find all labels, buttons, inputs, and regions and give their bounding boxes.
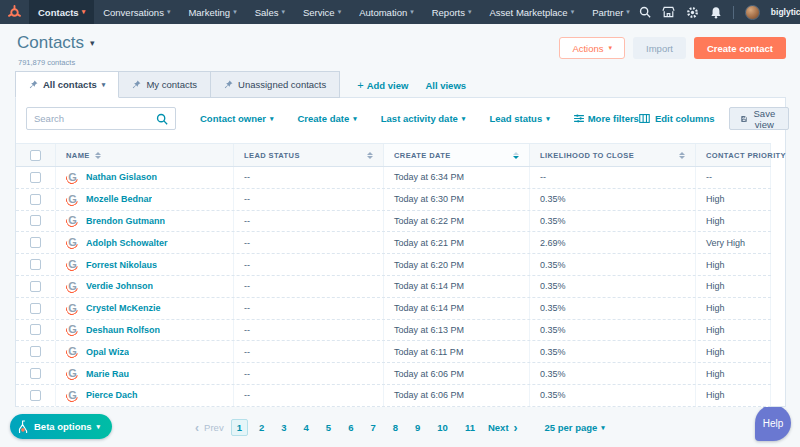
contact-name-link[interactable]: Brendon Gutmann xyxy=(86,216,165,226)
marketplace-icon[interactable] xyxy=(662,6,675,18)
import-button-label: Import xyxy=(646,43,673,54)
row-checkbox[interactable] xyxy=(30,281,41,292)
import-button[interactable]: Import xyxy=(633,37,686,59)
tab-my-contacts[interactable]: My contacts xyxy=(119,71,211,98)
actions-button[interactable]: Actions ▾ xyxy=(559,37,625,59)
filter-dropdown-lead-status[interactable]: Lead status▾ xyxy=(489,113,549,124)
row-checkbox[interactable] xyxy=(30,172,41,183)
beta-options-label: Beta options xyxy=(34,421,92,432)
prev-page-button[interactable]: Prev xyxy=(204,422,224,433)
create-contact-button[interactable]: Create contact xyxy=(694,37,786,59)
nav-item-automation[interactable]: Automation▾ xyxy=(350,0,423,24)
column-header-contact-priority[interactable]: CONTACT PRIORITY xyxy=(696,144,771,166)
page-button-4[interactable]: 4 xyxy=(298,419,315,436)
all-views-link[interactable]: All views xyxy=(425,80,466,98)
user-avatar[interactable] xyxy=(745,5,760,20)
chevron-left-icon[interactable]: ‹ xyxy=(195,422,199,434)
column-header-lead-status[interactable]: LEAD STATUS xyxy=(234,144,384,166)
next-page-button[interactable]: Next xyxy=(488,422,509,433)
sort-arrows-icon[interactable] xyxy=(95,152,101,159)
priority-cell: High xyxy=(696,298,771,319)
contact-name-link[interactable]: Adolph Schowalter xyxy=(86,238,168,248)
filter-dropdown-contact-owner[interactable]: Contact owner▾ xyxy=(200,113,274,124)
nav-item-sales[interactable]: Sales▾ xyxy=(246,0,294,24)
sort-arrows-icon[interactable] xyxy=(679,152,685,159)
nav-item-label: Service xyxy=(303,7,335,18)
page-button-3[interactable]: 3 xyxy=(275,419,292,436)
select-all-checkbox[interactable] xyxy=(30,150,41,161)
row-select-cell xyxy=(16,385,56,406)
page-button-7[interactable]: 7 xyxy=(364,419,381,436)
account-menu[interactable]: biglytics.net ▾ xyxy=(771,7,800,17)
per-page-select[interactable]: 25 per page ▾ xyxy=(545,422,605,433)
nav-items: Contacts▾Conversations▾Marketing▾Sales▾S… xyxy=(29,0,639,24)
help-button[interactable]: Help xyxy=(755,405,791,441)
title-chevron-down-icon[interactable]: ▾ xyxy=(90,38,95,48)
page-button-2[interactable]: 2 xyxy=(253,419,270,436)
column-header-create-date[interactable]: CREATE DATE xyxy=(384,144,530,166)
row-checkbox[interactable] xyxy=(30,324,41,335)
filter-dropdown-last-activity-date[interactable]: Last activity date▾ xyxy=(381,113,466,124)
row-checkbox[interactable] xyxy=(30,215,41,226)
contact-name-link[interactable]: Mozelle Bednar xyxy=(86,194,152,204)
page-button-1[interactable]: 1 xyxy=(231,419,248,436)
chevron-right-icon[interactable]: › xyxy=(514,422,518,434)
row-select-cell xyxy=(16,341,56,362)
tab-label: All contacts xyxy=(43,79,97,90)
row-checkbox[interactable] xyxy=(30,346,41,357)
beta-options-button[interactable]: Beta options ▾ xyxy=(10,414,112,439)
row-checkbox[interactable] xyxy=(30,368,41,379)
contact-name-link[interactable]: Crystel McKenzie xyxy=(86,303,161,313)
column-header-likelihood-to-close[interactable]: LIKELIHOOD TO CLOSE xyxy=(530,144,696,166)
page-button-8[interactable]: 8 xyxy=(387,419,404,436)
edit-columns-label: Edit columns xyxy=(655,113,715,124)
nav-item-asset-marketplace[interactable]: Asset Marketplace▾ xyxy=(481,0,584,24)
page-button-5[interactable]: 5 xyxy=(320,419,337,436)
sort-arrows-icon[interactable] xyxy=(367,152,373,159)
hubspot-sprocket-logo[interactable] xyxy=(7,5,22,20)
more-filters-link[interactable]: More filters xyxy=(574,113,639,124)
nav-item-service[interactable]: Service▾ xyxy=(294,0,350,24)
search-icon[interactable] xyxy=(156,113,168,125)
search-input[interactable] xyxy=(34,113,156,124)
row-checkbox[interactable] xyxy=(30,390,41,401)
add-view-link[interactable]: + Add view xyxy=(357,79,408,98)
contact-name-link[interactable]: Verdie Johnson xyxy=(86,281,153,291)
sort-arrows-icon[interactable] xyxy=(513,152,519,159)
save-view-button[interactable]: Save view xyxy=(729,107,790,130)
lead-status-cell: -- xyxy=(234,232,384,253)
nav-item-partner[interactable]: Partner▾ xyxy=(583,0,639,24)
contact-name-link[interactable]: Pierce Dach xyxy=(86,390,138,400)
contact-name-link[interactable]: Nathan Gislason xyxy=(86,172,157,182)
contact-count: 791,879 contacts xyxy=(18,58,75,67)
nav-item-conversations[interactable]: Conversations▾ xyxy=(94,0,179,24)
filter-dropdown-create-date[interactable]: Create date▾ xyxy=(298,113,357,124)
nav-item-reports[interactable]: Reports▾ xyxy=(423,0,481,24)
row-checkbox[interactable] xyxy=(30,237,41,248)
column-header-name[interactable]: NAME xyxy=(56,144,234,166)
search-icon[interactable] xyxy=(639,6,651,18)
tab-all-contacts[interactable]: All contacts▾ xyxy=(15,71,119,98)
per-page-label: 25 per page xyxy=(545,422,598,433)
nav-item-contacts[interactable]: Contacts▾ xyxy=(29,0,94,24)
page-button-11[interactable]: 11 xyxy=(459,419,481,436)
filter-dropdowns: Contact owner▾Create date▾Last activity … xyxy=(176,113,550,124)
row-checkbox[interactable] xyxy=(30,194,41,205)
priority-cell: High xyxy=(696,211,771,232)
row-checkbox[interactable] xyxy=(30,303,41,314)
contact-name-link[interactable]: Marie Rau xyxy=(86,369,129,379)
gear-icon[interactable] xyxy=(686,6,699,19)
contact-name-link[interactable]: Forrest Nikolaus xyxy=(86,260,157,270)
contact-name-link[interactable]: Deshaun Rolfson xyxy=(86,325,160,335)
page-button-10[interactable]: 10 xyxy=(431,419,454,436)
edit-columns-link[interactable]: Edit columns xyxy=(639,113,715,124)
nav-item-marketing[interactable]: Marketing▾ xyxy=(179,0,245,24)
chevron-down-icon: ▾ xyxy=(609,44,613,52)
save-icon xyxy=(741,114,747,124)
tab-unassigned-contacts[interactable]: Unassigned contacts xyxy=(211,71,340,98)
notifications-bell-icon[interactable] xyxy=(710,6,722,19)
row-checkbox[interactable] xyxy=(30,259,41,270)
contact-name-link[interactable]: Opal Wiza xyxy=(86,347,129,357)
page-button-6[interactable]: 6 xyxy=(342,419,359,436)
page-button-9[interactable]: 9 xyxy=(409,419,426,436)
